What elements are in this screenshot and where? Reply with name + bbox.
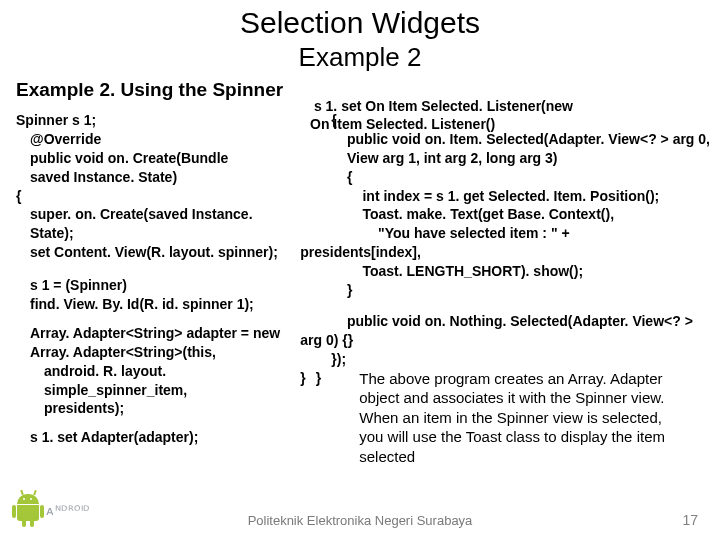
code-line: @Override [16,130,296,149]
code-line: } [300,281,710,300]
code-line: arg 0) {} [300,331,710,350]
code-line: { [16,187,296,206]
code-line: Array. Adapter<String>(this, [16,343,296,362]
code-line: { [300,168,710,187]
code-line: s 1 = (Spinner) [16,276,296,295]
code-line: "You have selected item : " + [300,224,710,243]
slide-subtitle: Example 2 [0,42,720,73]
code-line: super. on. Create(saved Instance. State)… [16,205,296,243]
code-line: find. View. By. Id(R. id. spinner 1); [16,295,296,314]
code-line: presidents); [16,399,296,418]
code-line: Toast. make. Text(get Base. Context(), [300,205,710,224]
code-line: { [300,111,710,130]
content-columns: Spinner s 1; @Override public void on. C… [0,111,720,466]
code-line: View arg 1, int arg 2, long arg 3) [300,149,710,168]
code-column-right: { public void on. Item. Selected(Adapter… [296,111,710,466]
code-line: }); [300,350,710,369]
code-line: set Content. View(R. layout. spinner); [16,243,296,262]
code-line: public void on. Create(Bundle [16,149,296,168]
slide-title: Selection Widgets [0,6,720,40]
code-line: presidents[index], [300,243,710,262]
explanation-text: The above program creates an Array. Adap… [359,369,679,467]
page-number: 17 [682,512,698,528]
code-line: int index = s 1. get Selected. Item. Pos… [300,187,710,206]
code-line: } [300,369,305,388]
code-line: public void on. Item. Selected(Adapter. … [300,130,710,149]
code-line: Array. Adapter<String> adapter = new [16,324,296,343]
code-column-left: Spinner s 1; @Override public void on. C… [10,111,296,466]
code-line: saved Instance. State) [16,168,296,187]
code-line: Toast. LENGTH_SHORT). show(); [300,262,710,281]
code-line: public void on. Nothing. Selected(Adapte… [300,312,710,331]
code-line: Spinner s 1; [16,111,296,130]
code-line: s 1. set Adapter(adapter); [16,428,296,447]
code-line: android. R. layout. simple_spinner_item, [16,362,296,400]
footer-text: Politeknik Elektronika Negeri Surabaya [0,513,720,528]
